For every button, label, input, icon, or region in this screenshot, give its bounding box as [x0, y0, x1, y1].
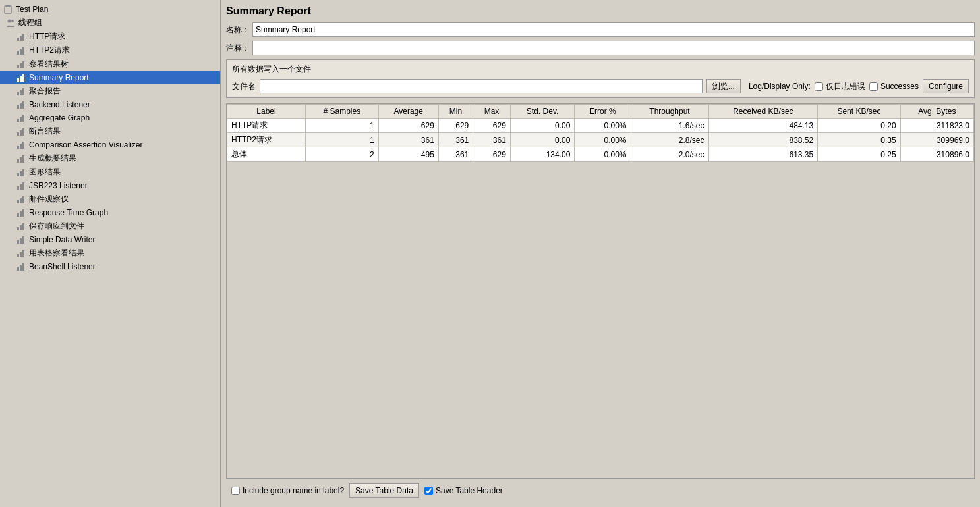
table-cell: 0.00% [575, 147, 631, 162]
include-group-label[interactable]: Include group name in label? [231, 486, 344, 495]
sidebar-item-label: 生成概要结果 [29, 153, 76, 164]
table-cell: 838.52 [708, 133, 818, 147]
svg-rect-43 [17, 213, 19, 217]
include-group-text: Include group name in label? [243, 486, 344, 495]
svg-rect-19 [17, 105, 19, 109]
sidebar-item-mail-viewer[interactable]: 邮件观察仪 [0, 192, 220, 206]
svg-rect-23 [20, 117, 22, 122]
svg-rect-20 [20, 103, 22, 109]
browse-button[interactable]: 浏览... [706, 79, 741, 93]
table-cell: 0.35 [818, 133, 900, 147]
table-cell: 361 [438, 133, 473, 147]
comment-input[interactable] [252, 41, 975, 55]
graph-icon [16, 59, 26, 70]
table-cell: 0.00 [510, 133, 575, 147]
svg-rect-8 [20, 49, 22, 55]
sidebar-item-simple-data-writer[interactable]: Simple Data Writer [0, 233, 220, 246]
table-header: Label# SamplesAverageMinMaxStd. Dev.Erro… [227, 105, 974, 119]
table-cell: 629 [473, 119, 511, 133]
sidebar-item-summary-report[interactable]: Summary Report [0, 71, 220, 84]
successes-checkbox[interactable] [869, 82, 878, 91]
table-cell: 0.25 [818, 147, 900, 162]
table-cell: 310896.0 [900, 147, 973, 162]
save-table-header-label[interactable]: Save Table Header [424, 486, 503, 495]
sidebar-item-thread-group[interactable]: 线程组 [0, 16, 220, 30]
main-panel: Summary Report 名称： 注释： 所有数据写入一个文件 文件名 浏览… [221, 0, 980, 507]
sidebar-item-graph-results[interactable]: 图形结果 [0, 165, 220, 179]
name-row: 名称： [226, 22, 975, 37]
sidebar-item-label: Backend Listener [29, 100, 90, 109]
log-display-row: Log/Display Only: 仅日志错误 Successes Config… [749, 79, 969, 93]
table-cell: 1.6/sec [631, 119, 708, 133]
svg-rect-41 [20, 198, 22, 203]
svg-rect-5 [20, 36, 22, 41]
sidebar-item-label: Response Time Graph [29, 208, 108, 217]
successes-label: Successes [880, 82, 919, 91]
sidebar-item-jsr223-listener[interactable]: JSR223 Listener [0, 179, 220, 192]
table-cell: 1 [306, 133, 379, 147]
sidebar-item-backend-listener[interactable]: Backend Listener [0, 98, 220, 111]
table-cell: 0.00 [510, 119, 575, 133]
svg-rect-18 [22, 88, 24, 95]
configure-button[interactable]: Configure [923, 79, 969, 93]
svg-rect-35 [20, 171, 22, 176]
save-table-header-text: Save Table Header [436, 486, 503, 495]
include-group-checkbox[interactable] [231, 487, 240, 495]
sidebar-item-aggregate-report[interactable]: 聚合报告 [0, 84, 220, 98]
svg-rect-26 [20, 130, 22, 136]
graph-icon [16, 248, 26, 259]
svg-rect-29 [20, 144, 22, 149]
sidebar-item-aggregate-graph[interactable]: Aggregate Graph [0, 111, 220, 124]
sidebar-item-label: 用表格察看结果 [29, 248, 84, 259]
file-section: 所有数据写入一个文件 文件名 浏览... Log/Display Only: 仅… [226, 59, 975, 98]
sidebar-item-label: Summary Report [29, 73, 89, 82]
sidebar-item-beanshell-listener[interactable]: BeanShell Listener [0, 260, 220, 273]
sidebar-item-comparison-assertion[interactable]: Comparison Assertion Visualizer [0, 138, 220, 151]
sidebar-item-view-tree[interactable]: 察看结果树 [0, 57, 220, 71]
save-table-data-button[interactable]: Save Table Data [349, 483, 419, 498]
sidebar-item-test-plan[interactable]: Test Plan [0, 3, 220, 16]
sidebar-item-save-response[interactable]: 保存响应到文件 [0, 219, 220, 233]
sidebar-item-generate-summary[interactable]: 生成概要结果 [0, 151, 220, 165]
sidebar-item-response-time-graph[interactable]: Response Time Graph [0, 206, 220, 219]
table-header-cell: Avg. Bytes [900, 105, 973, 119]
log-errors-checkbox-label[interactable]: 仅日志错误 [815, 81, 865, 92]
sidebar-item-assertion-results[interactable]: 断言结果 [0, 124, 220, 138]
table-cell: HTTP请求 [227, 119, 306, 133]
sidebar-item-label: 察看结果树 [29, 59, 69, 70]
sidebar-item-label: 断言结果 [29, 126, 61, 137]
svg-rect-57 [22, 263, 24, 271]
table-cell: 0.20 [818, 119, 900, 133]
sidebar-item-label: 线程组 [18, 17, 42, 28]
graph-icon [16, 261, 26, 272]
log-display-label: Log/Display Only: [749, 82, 811, 91]
table-cell: 629 [438, 119, 473, 133]
svg-rect-28 [17, 146, 19, 149]
graph-icon [16, 153, 26, 164]
sidebar-item-http1[interactable]: HTTP请求 [0, 30, 220, 43]
people-icon [5, 18, 16, 28]
table-cell: 309969.0 [900, 133, 973, 147]
sidebar-item-label: 聚合报告 [29, 86, 61, 97]
table-cell: 总体 [227, 147, 306, 162]
svg-rect-39 [22, 182, 24, 190]
sidebar-item-label: HTTP请求 [29, 31, 65, 42]
graph-icon [16, 180, 26, 191]
table-cell: 2.0/sec [631, 147, 708, 162]
sidebar-item-http2[interactable]: HTTP2请求 [0, 43, 220, 57]
svg-rect-32 [20, 157, 22, 163]
file-name-input[interactable] [260, 79, 703, 93]
table-header-cell: Error % [575, 105, 631, 119]
svg-rect-31 [17, 159, 19, 163]
name-input[interactable] [252, 22, 975, 37]
summary-report-panel: Summary Report 名称： 注释： 所有数据写入一个文件 文件名 浏览… [221, 0, 980, 507]
log-errors-checkbox[interactable] [815, 82, 823, 91]
table-header-cell: Throughput [631, 105, 708, 119]
sidebar-item-table-view[interactable]: 用表格察看结果 [0, 246, 220, 260]
sidebar-item-label: Simple Data Writer [29, 235, 95, 244]
svg-rect-40 [17, 200, 19, 203]
save-table-header-checkbox[interactable] [424, 487, 433, 495]
table-cell: 0.00% [575, 119, 631, 133]
table-body: HTTP请求16296296290.000.00%1.6/sec484.130.… [227, 119, 974, 162]
successes-checkbox-label[interactable]: Successes [869, 82, 919, 91]
